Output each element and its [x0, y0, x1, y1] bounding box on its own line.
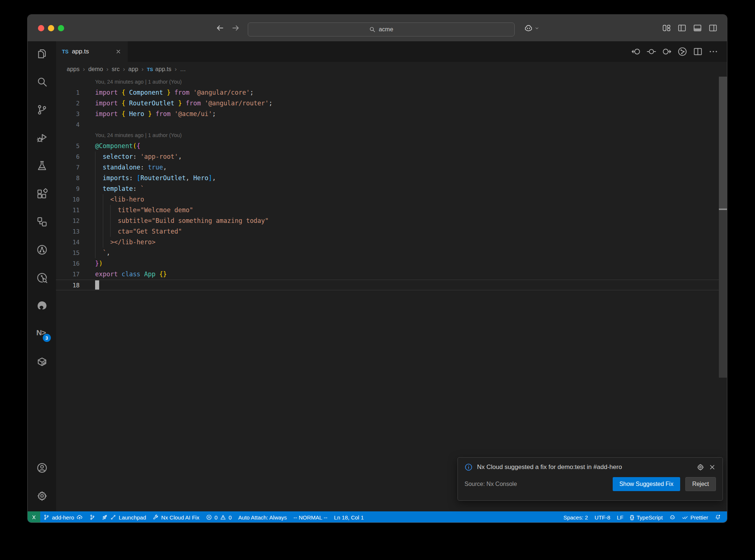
line-number: 1: [56, 87, 80, 98]
breadcrumb-label: …: [180, 66, 186, 73]
status-formatter-prettier[interactable]: Prettier: [679, 511, 711, 523]
status-eol[interactable]: LF: [613, 511, 627, 523]
activity-item-extensions[interactable]: [36, 188, 48, 199]
layout-panel-icon[interactable]: [693, 24, 702, 32]
status-notifications-bell[interactable]: [711, 511, 724, 523]
editor-actions: [631, 41, 718, 62]
project-structure-icon: [36, 216, 48, 227]
copilot-menu-button[interactable]: [524, 24, 540, 33]
notification-source: Source: Nx Console: [465, 481, 613, 487]
layout-customize-icon[interactable]: [662, 24, 671, 32]
code-line: 18: [56, 280, 727, 290]
activity-item-run-debug[interactable]: [36, 132, 48, 143]
activity-item-git-search[interactable]: [36, 272, 48, 283]
activity-item-testing[interactable]: [36, 160, 48, 171]
activity-item-accounts[interactable]: [36, 462, 48, 473]
nav-forward-icon[interactable]: [662, 47, 672, 56]
status-text: Auto Attach: Always: [238, 514, 287, 521]
breadcrumb-item-app[interactable]: app: [128, 66, 138, 73]
code-line: 11 title="Welcmoe demo": [56, 205, 727, 216]
nav-back-icon[interactable]: [631, 47, 641, 56]
code-line: 13 cta="Get Started": [56, 226, 727, 237]
code-editor[interactable]: You, 24 minutes ago | 1 author (You)1imp…: [56, 77, 727, 511]
info-icon: [465, 463, 473, 471]
tab-app-ts[interactable]: TS app.ts: [56, 41, 128, 62]
commit-graph-icon[interactable]: [678, 47, 687, 56]
titlebar: acme: [28, 15, 727, 41]
layout-sidebar-right-icon[interactable]: [709, 24, 717, 32]
status-git-branch[interactable]: add-hero: [40, 511, 86, 523]
more-icon[interactable]: [709, 47, 718, 56]
activity-item-settings[interactable]: [36, 490, 48, 501]
breadcrumb-item-apps[interactable]: apps: [67, 66, 80, 73]
window-close-button[interactable]: [38, 25, 44, 31]
wrench-icon: [153, 514, 159, 520]
activity-item-nx-console[interactable]: N>3: [36, 328, 48, 339]
status-launchpad[interactable]: Launchpad: [98, 511, 149, 523]
code-line: 4: [56, 119, 727, 130]
scrollbar-thumb[interactable]: [719, 77, 727, 209]
desktop: acme N>3 TS app.ts apps›dem: [0, 0, 755, 560]
code-line: 7 standalone: true,: [56, 162, 727, 173]
status-problems[interactable]: 00: [203, 511, 235, 523]
status-auto-attach[interactable]: Auto Attach: Always: [235, 511, 290, 523]
window-minimize-button[interactable]: [48, 25, 54, 31]
code-line: 15 `,: [56, 248, 727, 258]
breadcrumb-item-app-ts[interactable]: TSapp.ts: [147, 66, 171, 73]
line-number: 17: [56, 269, 80, 280]
split-editor-icon[interactable]: [693, 47, 703, 56]
code-line: 17export class App {}: [56, 269, 727, 280]
reject-button[interactable]: Reject: [685, 477, 716, 491]
commit-graph-icon: [36, 244, 48, 255]
editor-scrollbar[interactable]: [719, 77, 727, 511]
error-icon: [206, 514, 212, 520]
status-indentation[interactable]: Spaces: 2: [560, 511, 591, 523]
nx-badge: 3: [43, 334, 51, 342]
activity-item-containers[interactable]: [36, 356, 48, 367]
layout-sidebar-icon[interactable]: [678, 24, 686, 32]
notification-close-icon[interactable]: [709, 463, 716, 471]
history-back-icon[interactable]: [216, 24, 225, 32]
command-center-search[interactable]: acme: [248, 22, 515, 36]
layout-controls: [662, 24, 717, 32]
indent-guide: [95, 151, 95, 258]
breadcrumb-item--[interactable]: …: [180, 66, 186, 73]
status-encoding[interactable]: UTF-8: [591, 511, 614, 523]
tab-bar: TS app.ts: [56, 41, 727, 62]
breadcrumb-label: apps: [67, 66, 80, 73]
scrollbar-track-lower: [719, 210, 727, 378]
code-line: 12 subtitle="Build something amazing tod…: [56, 216, 727, 226]
status-vim-mode[interactable]: -- NORMAL --: [290, 511, 331, 523]
code-text: cta="Get Started": [95, 226, 182, 237]
notification-settings-icon[interactable]: [697, 463, 704, 471]
code-text: }): [95, 258, 103, 269]
testing-icon: [36, 160, 48, 171]
tab-close-icon[interactable]: [115, 49, 121, 55]
status-copilot-status[interactable]: [666, 511, 679, 523]
nav-dot-icon[interactable]: [647, 47, 656, 56]
history-forward-icon[interactable]: [231, 24, 240, 32]
status-remote-indicator[interactable]: [28, 511, 40, 523]
status-language-mode[interactable]: {}TypeScript: [627, 511, 666, 523]
breadcrumb-item-demo[interactable]: demo: [88, 66, 103, 73]
activity-item-search[interactable]: [36, 76, 48, 87]
show-suggested-fix-button[interactable]: Show Suggested Fix: [613, 477, 680, 491]
activity-item-edge-tools[interactable]: [36, 300, 48, 311]
typescript-file-icon: TS: [147, 67, 153, 72]
code-text: imports: [RouterOutlet, Hero],: [95, 173, 216, 183]
remote-icon: [31, 514, 37, 520]
tab-label: app.ts: [72, 48, 89, 55]
status-bar: add-heroLaunchpadNx Cloud AI Fix00Auto A…: [28, 511, 727, 523]
status-text: LF: [617, 514, 623, 521]
breadcrumb-separator: ›: [175, 66, 177, 73]
activity-item-explorer[interactable]: [36, 48, 48, 59]
window-zoom-button[interactable]: [58, 25, 64, 31]
status-cursor-position[interactable]: Ln 18, Col 1: [331, 511, 367, 523]
activity-item-commit-graph[interactable]: [36, 244, 48, 255]
code-text: selector: 'app-root',: [95, 151, 182, 162]
status-nx-cloud-ai-fix[interactable]: Nx Cloud AI Fix: [149, 511, 202, 523]
breadcrumb-item-src[interactable]: src: [112, 66, 119, 73]
activity-item-source-control[interactable]: [36, 104, 48, 115]
status-commit-pipeline[interactable]: [86, 511, 98, 523]
activity-item-project-structure[interactable]: [36, 216, 48, 227]
